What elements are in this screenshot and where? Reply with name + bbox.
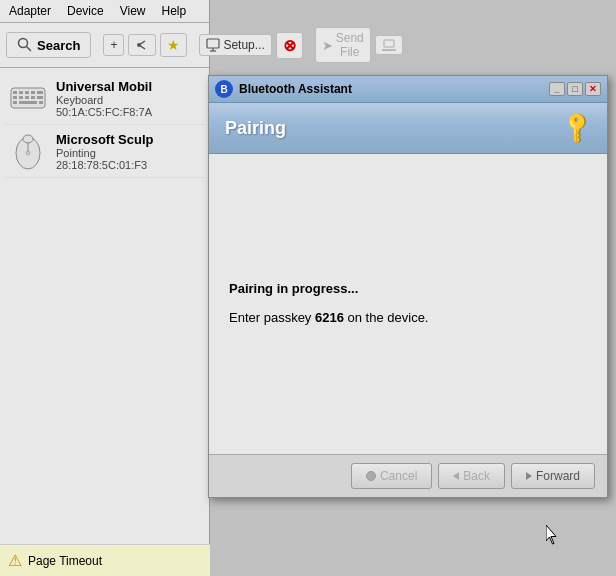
back-arrow-icon xyxy=(453,472,459,480)
pairing-message-suffix: on the device. xyxy=(344,310,429,325)
remove-button[interactable] xyxy=(128,34,156,56)
send-file-label: Send File xyxy=(336,31,364,59)
menu-view[interactable]: View xyxy=(115,2,151,20)
search-label: Search xyxy=(37,38,80,53)
mouse-cursor xyxy=(546,525,558,545)
laptop-icon xyxy=(382,39,396,51)
svg-point-26 xyxy=(26,151,30,155)
bluetooth-icon: B xyxy=(215,80,233,98)
extra-button[interactable] xyxy=(375,35,403,55)
add-icon: + xyxy=(110,38,117,52)
device-2-address: 28:18:78:5C:01:F3 xyxy=(56,159,201,171)
svg-rect-22 xyxy=(39,101,43,104)
svg-rect-20 xyxy=(19,101,37,104)
main-window: Adapter Device View Help Search + ★ xyxy=(0,0,210,576)
dialog-buttons: Cancel Back Forward xyxy=(209,454,607,497)
warning-icon: ⚠ xyxy=(8,551,22,570)
device-1-info: Universal Mobil Keyboard 50:1A:C5:FC:F8:… xyxy=(56,79,201,118)
back-button[interactable]: Back xyxy=(438,463,505,489)
dialog-title: Bluetooth Assistant xyxy=(239,82,352,96)
status-bar: ⚠ Page Timeout xyxy=(0,544,210,576)
dialog-close-button[interactable]: ✕ xyxy=(585,82,601,96)
device-1-address: 50:1A:C5:FC:F8:7A xyxy=(56,106,201,118)
mouse-device-icon xyxy=(8,131,48,171)
setup-button[interactable]: Setup... xyxy=(199,34,271,56)
device-1-type: Keyboard xyxy=(56,94,201,106)
pairing-progress-text: Pairing in progress... xyxy=(229,281,587,296)
forward-button[interactable]: Forward xyxy=(511,463,595,489)
menu-adapter[interactable]: Adapter xyxy=(4,2,56,20)
titlebar-controls: _ □ ✕ xyxy=(549,82,601,96)
cancel-icon xyxy=(366,471,376,481)
star-icon: ★ xyxy=(167,37,180,53)
device-item-mouse[interactable]: Microsoft Sculp Pointing 28:18:78:5C:01:… xyxy=(4,125,205,178)
svg-line-1 xyxy=(27,47,32,52)
forward-arrow-icon xyxy=(526,472,532,480)
device-item-keyboard[interactable]: Universal Mobil Keyboard 50:1A:C5:FC:F8:… xyxy=(4,72,205,125)
svg-rect-10 xyxy=(13,91,17,94)
cancel-button[interactable]: Cancel xyxy=(351,463,432,489)
svg-rect-16 xyxy=(19,96,23,99)
monitor-icon xyxy=(206,38,220,52)
svg-point-2 xyxy=(137,43,141,47)
pairing-content: Pairing in progress... Enter passkey 621… xyxy=(209,154,607,454)
send-file-button[interactable]: ➤ Send File xyxy=(315,27,371,63)
cancel-label: Cancel xyxy=(380,469,417,483)
pairing-message: Enter passkey 6216 on the device. xyxy=(229,308,587,328)
forward-label: Forward xyxy=(536,469,580,483)
key-icon: 🔑 xyxy=(559,109,596,146)
svg-rect-6 xyxy=(384,40,394,47)
passkey-value: 6216 xyxy=(315,310,344,325)
svg-point-25 xyxy=(23,135,33,143)
svg-rect-19 xyxy=(37,96,43,99)
toolbar: Search + ★ Setup... ⊗ xyxy=(0,23,209,68)
dialog-minimize-button[interactable]: _ xyxy=(549,82,565,96)
svg-point-0 xyxy=(19,39,28,48)
device-2-info: Microsoft Sculp Pointing 28:18:78:5C:01:… xyxy=(56,132,201,171)
search-icon xyxy=(17,37,33,53)
menu-device[interactable]: Device xyxy=(62,2,109,20)
search-button[interactable]: Search xyxy=(6,32,91,58)
menu-help[interactable]: Help xyxy=(157,2,192,20)
svg-rect-11 xyxy=(19,91,23,94)
titlebar-left: B Bluetooth Assistant xyxy=(215,80,352,98)
status-message: Page Timeout xyxy=(28,554,102,568)
svg-rect-21 xyxy=(13,101,17,104)
pairing-message-prefix: Enter passkey xyxy=(229,310,315,325)
back-label: Back xyxy=(463,469,490,483)
setup-label: Setup... xyxy=(223,38,264,52)
close-red-button[interactable]: ⊗ xyxy=(276,32,303,59)
star-button[interactable]: ★ xyxy=(160,33,187,57)
dialog-titlebar: B Bluetooth Assistant _ □ ✕ xyxy=(209,76,607,103)
device-1-name: Universal Mobil xyxy=(56,79,201,94)
pairing-header: Pairing 🔑 xyxy=(209,103,607,154)
dialog-maximize-button[interactable]: □ xyxy=(567,82,583,96)
device-list: Universal Mobil Keyboard 50:1A:C5:FC:F8:… xyxy=(0,68,209,182)
svg-rect-14 xyxy=(37,91,43,94)
pairing-title: Pairing xyxy=(225,118,286,139)
device-2-name: Microsoft Sculp xyxy=(56,132,201,147)
svg-rect-8 xyxy=(386,50,392,51)
close-icon: ⊗ xyxy=(283,36,296,55)
svg-rect-13 xyxy=(31,91,35,94)
svg-rect-17 xyxy=(25,96,29,99)
send-file-icon: ➤ xyxy=(322,38,333,53)
svg-rect-15 xyxy=(13,96,17,99)
svg-rect-3 xyxy=(207,39,219,48)
menu-bar: Adapter Device View Help xyxy=(0,0,209,23)
arrow-back-icon xyxy=(135,38,149,52)
svg-rect-12 xyxy=(25,91,29,94)
bluetooth-assistant-dialog: B Bluetooth Assistant _ □ ✕ Pairing 🔑 Pa… xyxy=(208,75,608,498)
device-2-type: Pointing xyxy=(56,147,201,159)
keyboard-device-icon xyxy=(8,78,48,118)
add-button[interactable]: + xyxy=(103,34,124,56)
svg-rect-18 xyxy=(31,96,35,99)
